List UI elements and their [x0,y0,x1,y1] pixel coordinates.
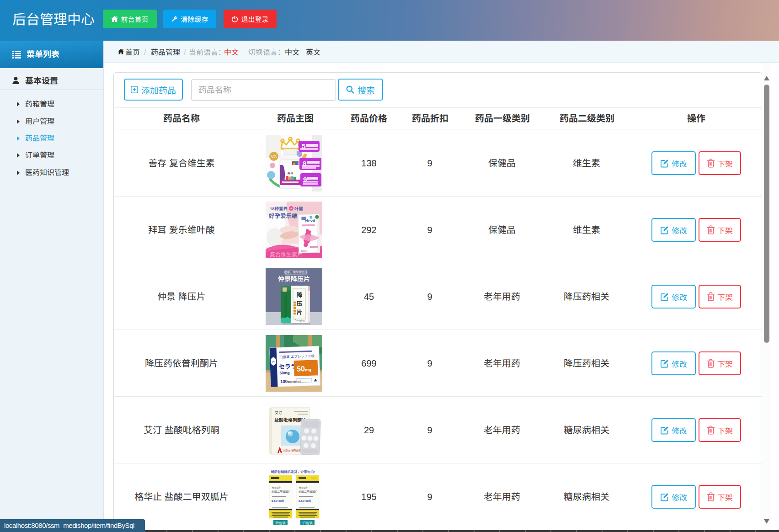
svg-text:艾汀: 艾汀 [275,411,282,415]
svg-text:健康，用平衡血压: 健康，用平衡血压 [284,271,308,274]
svg-text:旧包装: 旧包装 [302,521,313,525]
svg-text:VC: VC [271,154,277,159]
svg-text:新包装: 新包装 [275,521,286,525]
svg-text:0.5g×20片: 0.5g×20片 [299,499,311,502]
svg-text:复合维生素片: 复合维生素片 [270,251,303,258]
svg-text:elevit: elevit [304,218,315,223]
svg-text:格华止®: 格华止® [272,486,281,489]
svg-text:Zhongjing: Zhongjing [294,319,304,322]
svg-text:善存: 善存 [288,171,294,175]
svg-text:好孕爱乐维: 好孕爱乐维 [269,213,298,219]
svg-text:18种营养: 18种营养 [270,206,288,211]
svg-text:格华止®: 格华止® [299,486,308,489]
svg-text:仲景降压片: 仲景降压片 [278,275,310,282]
svg-text:叶酸: 叶酸 [294,206,304,211]
svg-text:盐酸二甲双胍片: 盐酸二甲双胍片 [272,490,291,493]
svg-text:+: + [290,207,293,211]
svg-text:压: 压 [296,300,302,307]
svg-text:100片: 100片 [301,249,308,252]
svg-text:0.5g×20片: 0.5g×20片 [272,499,284,502]
svg-text:50mg: 50mg [279,370,290,375]
svg-text:降: 降 [296,292,302,298]
svg-text:新旧包装随机发货，介意勿拍！: 新旧包装随机发货，介意勿拍！ [271,470,317,474]
svg-text:Pf: Pf [272,361,275,363]
svg-text:片: 片 [296,309,302,316]
svg-text:盐酸二甲双胍片: 盐酸二甲双胍片 [299,490,318,493]
